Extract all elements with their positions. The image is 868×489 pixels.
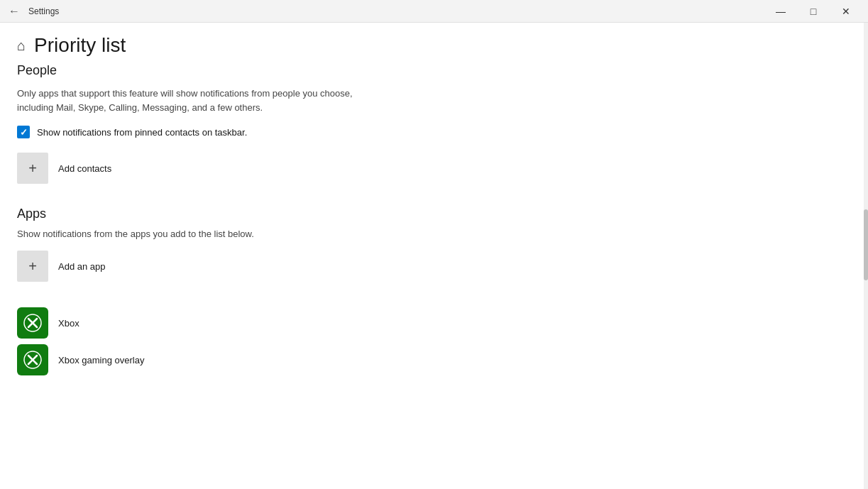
title-bar-left: ← Settings (6, 4, 59, 19)
page-title: Priority list (34, 34, 126, 57)
apps-section-heading: Apps (17, 207, 847, 221)
scrollbar-thumb[interactable] (864, 209, 868, 280)
pinned-contacts-checkbox[interactable]: ✓ (17, 126, 30, 138)
title-bar-title: Settings (28, 6, 59, 16)
home-icon: ⌂ (17, 38, 26, 54)
xbox-logo-svg (23, 313, 43, 333)
list-item[interactable]: Xbox gaming overlay (17, 341, 847, 378)
add-contacts-label: Add contacts (58, 163, 111, 174)
maximize-button[interactable]: □ (797, 0, 830, 23)
content-area: ⌂ Priority list People Only apps that su… (0, 23, 868, 489)
add-contacts-row: + Add contacts (17, 153, 847, 184)
apps-section-description: Show notifications from the apps you add… (17, 229, 847, 239)
add-app-row: + Add an app (17, 251, 847, 282)
pinned-contacts-checkbox-row[interactable]: ✓ Show notifications from pinned contact… (17, 126, 847, 138)
app-list: Xbox Xbox gaming overlay (17, 304, 847, 378)
pinned-contacts-label: Show notifications from pinned contacts … (37, 127, 247, 138)
add-app-button[interactable]: + (17, 251, 48, 282)
add-app-label: Add an app (58, 261, 106, 272)
minimize-button[interactable]: — (764, 0, 797, 23)
add-contacts-button[interactable]: + (17, 153, 48, 184)
people-section-description: Only apps that support this feature will… (17, 87, 358, 114)
back-arrow-icon[interactable]: ← (6, 4, 23, 19)
xbox-overlay-logo-svg (23, 350, 43, 370)
xbox-overlay-app-icon (17, 344, 48, 375)
close-button[interactable]: ✕ (830, 0, 862, 23)
page-content: ⌂ Priority list People Only apps that su… (0, 23, 864, 489)
people-section-heading: People (17, 62, 847, 78)
page-header: ⌂ Priority list (17, 23, 847, 62)
checkbox-check-icon: ✓ (20, 127, 28, 138)
plus-icon: + (28, 161, 37, 175)
title-bar-controls: — □ ✕ (764, 0, 862, 23)
title-bar: ← Settings — □ ✕ (0, 0, 868, 23)
list-item[interactable]: Xbox (17, 304, 847, 341)
scrollbar-track[interactable] (864, 23, 868, 489)
xbox-app-icon (17, 307, 48, 339)
add-app-plus-icon: + (28, 259, 37, 273)
xbox-app-name: Xbox (58, 318, 79, 329)
xbox-overlay-app-name: Xbox gaming overlay (58, 355, 144, 366)
